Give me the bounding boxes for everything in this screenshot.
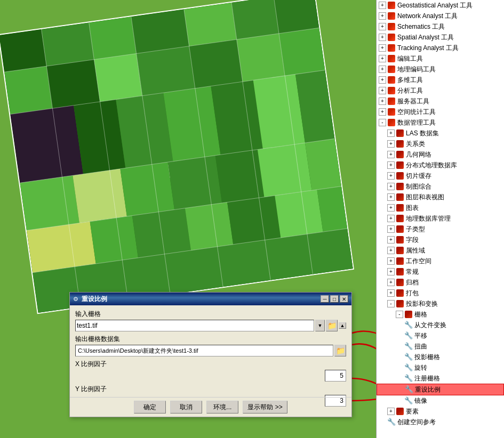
expand-geodatabase-mgmt[interactable]: + (387, 215, 395, 222)
expand-geometric-net[interactable]: + (387, 151, 395, 158)
tree-item-geocoding[interactable]: + 地理编码工具 (377, 64, 504, 75)
tree-item-analysis[interactable]: + 分析工具 (377, 85, 504, 96)
rescale-dialog: ⚙ 重设比例 ─ □ ✕ 输入栅格 ▼ 📁 ▲ (69, 292, 352, 417)
label-register-raster: 注册栅格 (414, 374, 440, 383)
tree-item-project-raster[interactable]: 🔧 投影栅格 (377, 352, 504, 362)
tree-item-raster-group[interactable]: - 栅格 (377, 309, 504, 320)
icon-general (396, 267, 404, 276)
expand-general[interactable]: + (387, 268, 395, 275)
expand-table[interactable]: + (387, 204, 395, 212)
close-button[interactable]: ✕ (340, 295, 348, 303)
output-raster-browse[interactable]: 📁 (334, 345, 346, 356)
tree-item-geostatistical[interactable]: + Geostatistical Analyst 工具 (377, 0, 504, 11)
icon-server (387, 97, 396, 106)
tree-item-schematics[interactable]: + Schematics 工具 (377, 21, 504, 32)
expand-data-mgmt[interactable]: - (379, 119, 386, 126)
tree-item-from-file[interactable]: 🔧 从文件变换 (377, 320, 504, 330)
tree-item-archive[interactable]: + 归档 (377, 277, 504, 288)
tree-item-spatial[interactable]: + Spatial Analyst 工具 (377, 32, 504, 43)
cancel-button[interactable]: 取消 (170, 401, 202, 413)
tree-item-network[interactable]: + Network Analyst 工具 (377, 11, 504, 21)
tree-item-layers-views[interactable]: + 图层和表视图 (377, 192, 504, 202)
output-raster-input[interactable] (75, 345, 333, 356)
expand-editing[interactable]: + (379, 55, 386, 62)
x-scale-input[interactable] (325, 370, 346, 382)
expand-spatial[interactable]: + (379, 34, 386, 41)
tree-item-create-spatial[interactable]: 🔧 创建空间参考 (377, 417, 504, 427)
help-button[interactable]: 显示帮助 >> (243, 401, 287, 413)
svg-rect-22 (20, 175, 79, 230)
confirm-button[interactable]: 确定 (134, 401, 166, 413)
expand-archive[interactable]: + (387, 279, 395, 286)
tree-item-register-raster[interactable]: 🔧 注册栅格 (377, 373, 504, 384)
tree-item-translate[interactable]: 🔧 平移 (377, 330, 504, 341)
tree-item-packaging[interactable]: + 打包 (377, 288, 504, 298)
expand-feature[interactable]: + (387, 408, 395, 415)
expand-cartography[interactable]: + (387, 183, 395, 190)
expand-geostatistical[interactable]: + (379, 2, 386, 9)
expand-subtypes[interactable]: + (387, 225, 395, 233)
icon-layers-views (396, 193, 404, 201)
tree-item-spatial-stats[interactable]: + 空间统计工具 (377, 107, 504, 117)
tree-item-fields[interactable]: + 字段 (377, 234, 504, 245)
environment-button[interactable]: 环境... (206, 401, 238, 413)
expand-las[interactable]: + (387, 129, 395, 137)
tree-item-rescale[interactable]: 🔧 重设比例 (377, 384, 504, 395)
output-raster-row: 📁 (75, 345, 346, 356)
expand-server[interactable]: + (379, 98, 386, 105)
input-raster-label: 输入栅格 (75, 310, 346, 319)
expand-relationship[interactable]: + (387, 140, 395, 148)
input-raster-arrow[interactable]: ▼ (315, 320, 325, 331)
tree-item-data-mgmt[interactable]: - 数据管理工具 (377, 117, 504, 128)
tree-item-general[interactable]: + 常规 (377, 266, 504, 277)
minimize-button[interactable]: ─ (321, 295, 329, 303)
tree-item-feature[interactable]: + 要素 (377, 406, 504, 417)
tree-item-rotate[interactable]: 🔧 旋转 (377, 362, 504, 373)
icon-dist-geodatabase (396, 161, 404, 169)
expand-tracking[interactable]: + (379, 44, 386, 52)
expand-dist-geodatabase[interactable]: + (387, 161, 395, 169)
tree-item-las[interactable]: + LAS 数据集 (377, 128, 504, 139)
expand-packaging[interactable]: + (387, 289, 395, 297)
tree-item-dist-geodatabase[interactable]: + 分布式地理数据库 (377, 160, 504, 171)
expand-analysis[interactable]: + (379, 87, 386, 94)
tree-item-warp[interactable]: 🔧 扭曲 (377, 341, 504, 352)
tree-item-multidim[interactable]: + 多维工具 (377, 75, 504, 85)
expand-fields[interactable]: + (387, 236, 395, 244)
maximize-button[interactable]: □ (330, 295, 339, 303)
tree-item-proj-transform[interactable]: - 投影和变换 (377, 298, 504, 309)
tree-item-tile-cache[interactable]: + 切片缓存 (377, 171, 504, 181)
icon-proj-transform (396, 299, 404, 308)
expand-domains[interactable]: + (387, 247, 395, 254)
expand-schematics[interactable]: + (379, 23, 386, 30)
tree-item-tracking[interactable]: + Tracking Analyst 工具 (377, 43, 504, 53)
tree-item-geometric-net[interactable]: + 几何网络 (377, 149, 504, 160)
tree-item-cartography[interactable]: + 制图综合 (377, 181, 504, 192)
expand-multidim[interactable]: + (379, 76, 386, 84)
tree-item-table[interactable]: + 图表 (377, 202, 504, 213)
tree-item-mirror[interactable]: 🔧 镜像 (377, 395, 504, 406)
tree-item-editing[interactable]: + 编辑工具 (377, 53, 504, 64)
tree-item-server[interactable]: + 服务器工具 (377, 96, 504, 107)
label-tile-cache: 切片缓存 (406, 171, 431, 181)
icon-packaging (396, 289, 404, 297)
tree-item-workspace[interactable]: + 工作空间 (377, 256, 504, 266)
dialog-footer: 确定 取消 环境... 显示帮助 >> (70, 397, 351, 417)
expand-tile-cache[interactable]: + (387, 172, 395, 180)
expand-layers-views[interactable]: + (387, 193, 395, 201)
tree-item-geodatabase-mgmt[interactable]: + 地理数据库管理 (377, 213, 504, 224)
icon-translate: 🔧 (404, 331, 413, 340)
expand-network[interactable]: + (379, 12, 386, 20)
expand-proj-transform[interactable]: - (387, 300, 395, 307)
icon-data-mgmt (387, 118, 396, 127)
tree-item-subtypes[interactable]: + 子类型 (377, 224, 504, 234)
tree-item-relationship[interactable]: + 关系类 (377, 139, 504, 149)
expand-geocoding[interactable]: + (379, 66, 386, 73)
expand-raster-group[interactable]: - (396, 311, 403, 318)
expand-workspace[interactable]: + (387, 257, 395, 265)
tree-item-domains[interactable]: + 属性域 (377, 245, 504, 256)
input-raster-dropdown[interactable] (75, 320, 314, 331)
icon-geodatabase-mgmt (396, 214, 404, 223)
expand-spatial-stats[interactable]: + (379, 108, 386, 116)
input-raster-browse[interactable]: 📁 (326, 320, 338, 331)
